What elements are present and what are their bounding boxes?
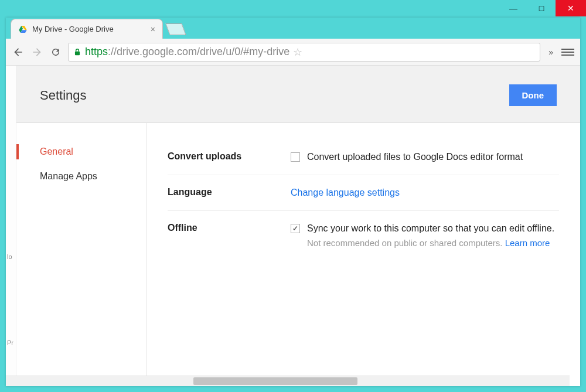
maximize-button[interactable]: □ — [527, 0, 556, 16]
browser-tab[interactable]: My Drive - Google Drive × — [11, 19, 163, 39]
tab-close-icon[interactable]: × — [151, 25, 155, 34]
drive-favicon-icon — [18, 25, 28, 34]
done-button[interactable]: Done — [509, 84, 557, 106]
horizontal-scrollbar[interactable] — [6, 376, 570, 386]
svg-rect-3 — [75, 51, 80, 54]
convert-checkbox[interactable] — [291, 152, 300, 162]
new-tab-button[interactable] — [165, 23, 186, 35]
bookmark-star-icon[interactable]: ☆ — [293, 46, 302, 59]
settings-title: Settings — [40, 88, 87, 103]
offline-checkbox[interactable] — [291, 224, 300, 233]
change-language-link[interactable]: Change language settings — [291, 188, 400, 197]
sidebar-item-general[interactable]: General — [6, 139, 146, 164]
setting-control: Convert uploaded files to Google Docs ed… — [291, 150, 559, 164]
reload-button[interactable] — [49, 47, 62, 57]
lock-icon — [73, 47, 81, 57]
browser-toolbar: https://drive.google.com/drive/u/0/#my-d… — [6, 39, 580, 66]
settings-header: Settings Done — [6, 66, 580, 123]
tab-title: My Drive - Google Drive — [32, 25, 146, 33]
scrollbar-thumb[interactable] — [193, 377, 357, 385]
hamburger-menu-icon[interactable] — [561, 46, 574, 58]
settings-sidebar: General Manage Apps — [6, 123, 146, 386]
setting-control: Sync your work to this computer so that … — [291, 221, 559, 250]
convert-text: Convert uploaded files to Google Docs ed… — [307, 150, 523, 164]
setting-label: Language — [168, 186, 279, 200]
forward-button[interactable] — [30, 46, 43, 58]
setting-control: Change language settings — [291, 186, 559, 200]
background-peek: lo Pr — [6, 66, 16, 376]
close-button[interactable]: ✕ — [556, 0, 586, 16]
settings-main: Convert uploads Convert uploaded files t… — [146, 123, 580, 386]
sidebar-item-manage-apps[interactable]: Manage Apps — [6, 164, 146, 189]
offline-hint: Not recommended on public or shared comp… — [307, 237, 554, 250]
minimize-button[interactable]: — — [499, 0, 527, 16]
tab-bar: My Drive - Google Drive × — [6, 18, 580, 39]
setting-row-convert: Convert uploads Convert uploaded files t… — [168, 139, 559, 175]
setting-label: Convert uploads — [168, 150, 279, 164]
address-bar[interactable]: https://drive.google.com/drive/u/0/#my-d… — [68, 43, 540, 62]
window-controls: — □ ✕ — [499, 0, 586, 16]
setting-label: Offline — [168, 221, 279, 250]
browser-window: My Drive - Google Drive × https://drive.… — [6, 18, 580, 386]
offline-text: Sync your work to this computer so that … — [307, 221, 554, 236]
setting-row-offline: Offline Sync your work to this computer … — [168, 211, 559, 261]
settings-body: General Manage Apps Convert uploads Conv… — [6, 123, 580, 386]
url-text: https://drive.google.com/drive/u/0/#my-d… — [85, 46, 289, 58]
setting-row-language: Language Change language settings — [168, 175, 559, 211]
page-content: lo Pr Settings Done General Manage Apps … — [6, 66, 580, 386]
learn-more-link[interactable]: Learn more — [505, 238, 550, 248]
overflow-chevrons-icon[interactable]: » — [546, 47, 556, 57]
back-button[interactable] — [12, 46, 25, 58]
